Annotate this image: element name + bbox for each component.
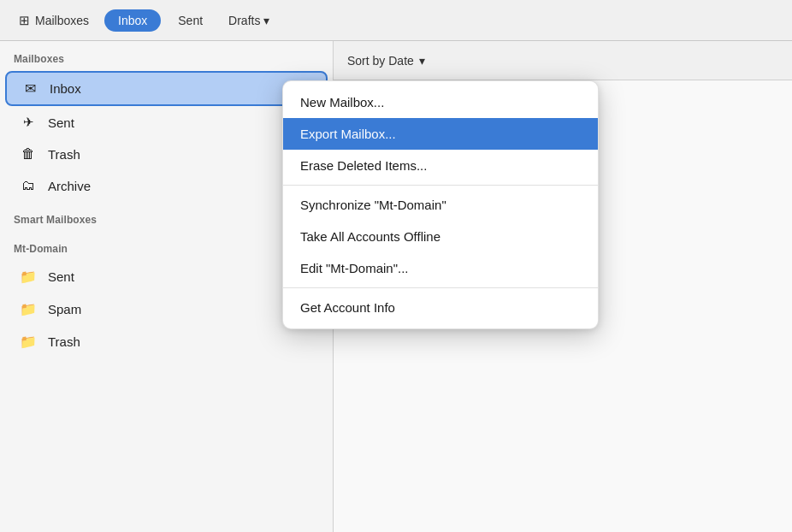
export-mailbox-label: Export Mailbox... <box>300 127 396 141</box>
menu-divider-1 <box>283 185 598 186</box>
context-menu: New Mailbox... Export Mailbox... Erase D… <box>282 80 599 329</box>
folder-sent-icon: 📁 <box>19 269 38 285</box>
sidebar-item-sent[interactable]: ✈ Sent <box>5 107 328 138</box>
menu-item-erase-deleted[interactable]: Erase Deleted Items... <box>283 150 598 181</box>
menu-item-new-mailbox[interactable]: New Mailbox... <box>283 86 598 118</box>
drafts-chevron-icon: ▾ <box>263 14 269 27</box>
drafts-tab-button[interactable]: Drafts ▾ <box>220 10 278 31</box>
sent-label: Sent <box>48 115 74 130</box>
sidebar-item-trash[interactable]: 🗑 Trash <box>5 139 328 169</box>
inbox-icon: ✉ <box>21 80 39 97</box>
trash-icon: 🗑 <box>19 146 38 162</box>
mt-sent-label: Sent <box>48 269 74 284</box>
sort-button[interactable]: Sort by Date ▾ <box>347 54 425 68</box>
sort-label: Sort by Date <box>347 54 414 68</box>
content-area: Sort by Date ▾ New Mailbox... Export Mai… <box>334 41 792 532</box>
content-toolbar: Sort by Date ▾ <box>334 41 792 80</box>
titlebar: ⊞ Mailboxes Inbox Sent Drafts ▾ <box>0 0 792 41</box>
sidebar-item-inbox[interactable]: ✉ Inbox <box>5 71 328 106</box>
mt-trash-label: Trash <box>48 334 80 349</box>
inbox-tab-label: Inbox <box>118 14 147 27</box>
sidebar-item-mt-spam[interactable]: 📁 Spam <box>5 293 328 325</box>
inbox-label: Inbox <box>50 81 81 96</box>
menu-item-take-offline[interactable]: Take All Accounts Offline <box>283 221 598 252</box>
sort-chevron-icon: ▾ <box>419 54 425 68</box>
synchronize-label: Synchronize "Mt-Domain" <box>300 198 446 212</box>
sent-tab-button[interactable]: Sent <box>168 10 213 31</box>
mailboxes-grid-icon: ⊞ <box>19 13 30 28</box>
mailboxes-section-label: Mailboxes <box>0 41 333 70</box>
menu-item-synchronize[interactable]: Synchronize "Mt-Domain" <box>283 189 598 221</box>
sent-icon: ✈ <box>19 115 38 130</box>
mt-spam-label: Spam <box>48 302 81 316</box>
archive-label: Archive <box>48 179 91 193</box>
inbox-tab-button[interactable]: Inbox <box>104 9 161 32</box>
erase-deleted-label: Erase Deleted Items... <box>300 158 427 173</box>
menu-item-edit-domain[interactable]: Edit "Mt-Domain"... <box>283 252 598 284</box>
menu-divider-2 <box>283 287 598 288</box>
sidebar-item-mt-sent[interactable]: 📁 Sent <box>5 261 328 293</box>
menu-item-export-mailbox[interactable]: Export Mailbox... <box>283 118 598 150</box>
new-mailbox-label: New Mailbox... <box>300 95 384 109</box>
edit-domain-label: Edit "Mt-Domain"... <box>300 261 409 275</box>
main-layout: Mailboxes ✉ Inbox ✈ Sent 🗑 Trash 🗂 Archi… <box>0 41 792 532</box>
get-account-info-label: Get Account Info <box>300 300 395 315</box>
archive-icon: 🗂 <box>19 178 38 193</box>
menu-item-get-account-info[interactable]: Get Account Info <box>283 292 598 323</box>
mailboxes-button[interactable]: ⊞ Mailboxes <box>10 9 98 32</box>
take-offline-label: Take All Accounts Offline <box>300 229 440 244</box>
folder-trash-icon: 📁 <box>19 334 38 350</box>
folder-spam-icon: 📁 <box>19 301 38 317</box>
sidebar-item-mt-trash[interactable]: 📁 Trash <box>5 326 328 358</box>
sidebar-item-archive[interactable]: 🗂 Archive <box>5 170 328 201</box>
trash-label: Trash <box>48 147 80 162</box>
drafts-tab-label: Drafts <box>228 14 260 27</box>
mailboxes-label: Mailboxes <box>35 14 89 27</box>
sent-tab-label: Sent <box>178 14 203 27</box>
